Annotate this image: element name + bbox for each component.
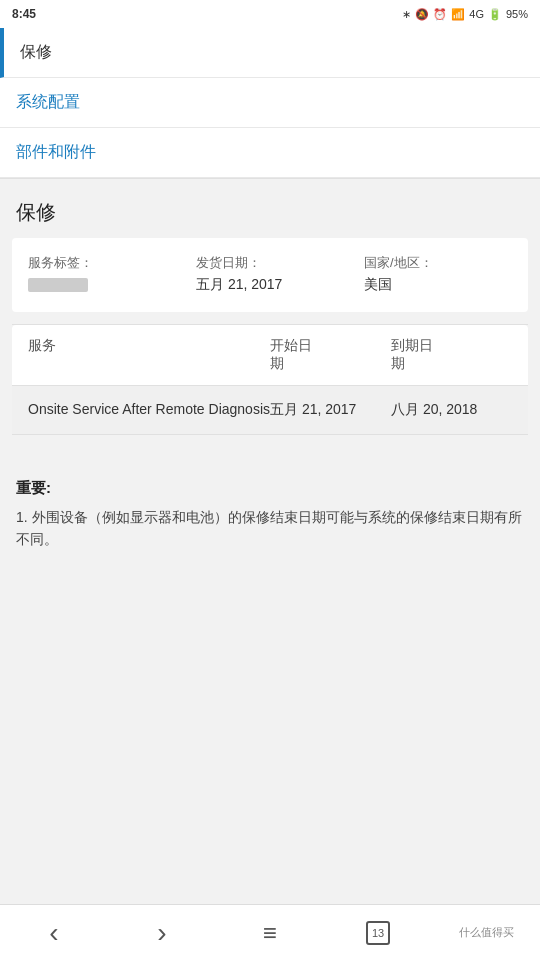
forward-button[interactable]: › <box>108 905 216 960</box>
ship-date-value: 五月 21, 2017 <box>196 276 344 296</box>
row-start-date: 五月 21, 2017 <box>270 400 391 420</box>
service-tag-value <box>28 276 176 296</box>
network-icon: 4G <box>469 8 484 20</box>
status-bar: 8:45 ∗ 🔕 ⏰ 📶 4G 🔋 95% <box>0 0 540 28</box>
status-icons: ∗ 🔕 ⏰ 📶 4G 🔋 95% <box>402 8 528 21</box>
main-content: 保修 服务标签： 发货日期： 五月 21, 2017 国家/地区： 美国 服务 <box>0 179 540 646</box>
signal-icon: 📶 <box>451 8 465 21</box>
country-col: 国家/地区： 美国 <box>364 254 512 296</box>
menu-button[interactable]: ≡ <box>216 905 324 960</box>
country-label: 国家/地区： <box>364 254 512 272</box>
battery-icon: 🔋 <box>488 8 502 21</box>
important-title: 重要: <box>16 479 524 498</box>
window-button[interactable]: 13 <box>324 905 432 960</box>
brand-button[interactable]: 什么值得买 <box>432 905 540 960</box>
service-tag-col: 服务标签： <box>28 254 176 296</box>
important-section: 重要: 1. 外围设备（例如显示器和电池）的保修结束日期可能与系统的保修结束日期… <box>0 463 540 567</box>
important-text: 1. 外围设备（例如显示器和电池）的保修结束日期可能与系统的保修结束日期有所不同… <box>16 506 524 551</box>
row-end-date: 八月 20, 2018 <box>391 400 512 420</box>
warranty-table-header: 服务 开始日期 到期日期 <box>12 325 528 386</box>
header-end-date: 到期日期 <box>391 337 512 373</box>
header-start-date: 开始日期 <box>270 337 391 373</box>
alarm-icon: ⏰ <box>433 8 447 21</box>
ship-date-label: 发货日期： <box>196 254 344 272</box>
service-info-card: 服务标签： 发货日期： 五月 21, 2017 国家/地区： 美国 <box>12 238 528 312</box>
nav-item-parts-label: 部件和附件 <box>16 142 96 163</box>
back-icon: ‹ <box>49 917 58 949</box>
window-icon: 13 <box>366 921 390 945</box>
table-row: Onsite Service After Remote Diagnosis 五月… <box>12 386 528 435</box>
battery-percent: 95% <box>506 8 528 20</box>
nav-item-warranty[interactable]: 保修 <box>0 28 540 78</box>
brand-label: 什么值得买 <box>459 925 514 940</box>
ship-date-col: 发货日期： 五月 21, 2017 <box>196 254 344 296</box>
warranty-table-card: 服务 开始日期 到期日期 Onsite Service After Remote… <box>12 325 528 435</box>
nav-item-system-config-label: 系统配置 <box>16 92 80 113</box>
nav-item-system-config[interactable]: 系统配置 <box>0 78 540 128</box>
bottom-nav: ‹ › ≡ 13 什么值得买 <box>0 904 540 960</box>
mute-icon: 🔕 <box>415 8 429 21</box>
forward-icon: › <box>157 917 166 949</box>
spacer <box>0 447 540 463</box>
country-value: 美国 <box>364 276 512 296</box>
section-title: 保修 <box>0 179 540 238</box>
bluetooth-icon: ∗ <box>402 8 411 21</box>
back-button[interactable]: ‹ <box>0 905 108 960</box>
row-service: Onsite Service After Remote Diagnosis <box>28 400 270 420</box>
service-tag-label: 服务标签： <box>28 254 176 272</box>
header-service: 服务 <box>28 337 270 373</box>
service-tag-blurred <box>28 278 88 292</box>
nav-menu: 保修 系统配置 部件和附件 <box>0 28 540 179</box>
service-info-row: 服务标签： 发货日期： 五月 21, 2017 国家/地区： 美国 <box>28 254 512 296</box>
menu-icon: ≡ <box>263 919 277 947</box>
nav-item-parts[interactable]: 部件和附件 <box>0 128 540 178</box>
status-time: 8:45 <box>12 7 36 21</box>
nav-item-warranty-label: 保修 <box>20 42 52 63</box>
